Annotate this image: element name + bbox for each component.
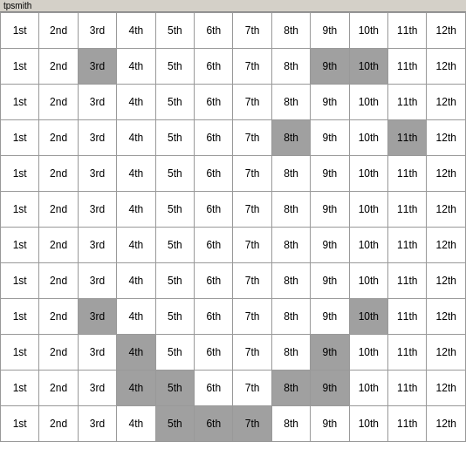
table-cell[interactable]: 5th [155,335,194,371]
table-cell[interactable]: 7th [233,406,271,442]
table-cell[interactable]: 7th [233,299,271,335]
table-cell[interactable]: 9th [311,156,349,192]
table-cell[interactable]: 2nd [39,192,78,228]
table-cell[interactable]: 9th [311,49,349,85]
table-cell[interactable]: 9th [311,85,349,120]
table-cell[interactable]: 8th [271,263,310,299]
table-cell[interactable]: 12th [427,192,466,228]
table-cell[interactable]: 6th [195,299,233,335]
table-cell[interactable]: 11th [388,13,427,49]
table-cell[interactable]: 1st [1,156,39,192]
table-cell[interactable]: 12th [427,371,466,406]
table-cell[interactable]: 12th [427,13,466,49]
table-cell[interactable]: 8th [271,335,310,371]
table-cell[interactable]: 7th [233,120,271,156]
table-cell[interactable]: 3rd [78,156,116,192]
table-cell[interactable]: 3rd [78,299,116,335]
table-cell[interactable]: 5th [155,156,194,192]
table-cell[interactable]: 8th [271,13,310,49]
table-cell[interactable]: 11th [388,120,427,156]
table-cell[interactable]: 3rd [78,228,116,263]
table-cell[interactable]: 12th [427,85,466,120]
table-cell[interactable]: 3rd [78,371,116,406]
table-cell[interactable]: 9th [311,406,349,442]
table-cell[interactable]: 11th [388,335,427,371]
table-cell[interactable]: 10th [349,13,387,49]
table-cell[interactable]: 6th [195,192,233,228]
table-cell[interactable]: 8th [271,371,310,406]
table-cell[interactable]: 7th [233,192,271,228]
table-cell[interactable]: 6th [195,49,233,85]
table-cell[interactable]: 4th [117,85,155,120]
table-cell[interactable]: 5th [155,228,194,263]
table-cell[interactable]: 3rd [78,13,116,49]
table-cell[interactable]: 3rd [78,263,116,299]
table-cell[interactable]: 7th [233,85,271,120]
table-cell[interactable]: 4th [117,371,155,406]
table-cell[interactable]: 1st [1,263,39,299]
table-cell[interactable]: 4th [117,228,155,263]
table-cell[interactable]: 2nd [39,13,78,49]
table-cell[interactable]: 5th [155,299,194,335]
table-cell[interactable]: 9th [311,120,349,156]
table-cell[interactable]: 11th [388,299,427,335]
table-cell[interactable]: 9th [311,192,349,228]
table-cell[interactable]: 6th [195,335,233,371]
table-cell[interactable]: 11th [388,406,427,442]
table-cell[interactable]: 11th [388,156,427,192]
table-cell[interactable]: 10th [349,49,387,85]
table-cell[interactable]: 12th [427,335,466,371]
table-cell[interactable]: 4th [117,49,155,85]
table-cell[interactable]: 8th [271,299,310,335]
table-cell[interactable]: 8th [271,406,310,442]
table-cell[interactable]: 2nd [39,49,78,85]
table-cell[interactable]: 5th [155,120,194,156]
table-cell[interactable]: 11th [388,371,427,406]
table-cell[interactable]: 2nd [39,85,78,120]
table-cell[interactable]: 5th [155,192,194,228]
table-cell[interactable]: 4th [117,192,155,228]
table-cell[interactable]: 12th [427,299,466,335]
table-cell[interactable]: 3rd [78,406,116,442]
table-cell[interactable]: 9th [311,335,349,371]
table-cell[interactable]: 3rd [78,192,116,228]
table-cell[interactable]: 5th [155,49,194,85]
table-cell[interactable]: 6th [195,371,233,406]
table-cell[interactable]: 6th [195,263,233,299]
table-cell[interactable]: 5th [155,371,194,406]
table-cell[interactable]: 7th [233,13,271,49]
table-cell[interactable]: 2nd [39,335,78,371]
table-cell[interactable]: 3rd [78,85,116,120]
table-cell[interactable]: 7th [233,49,271,85]
table-cell[interactable]: 11th [388,263,427,299]
table-cell[interactable]: 6th [195,228,233,263]
table-cell[interactable]: 6th [195,156,233,192]
table-cell[interactable]: 7th [233,228,271,263]
table-cell[interactable]: 1st [1,299,39,335]
table-cell[interactable]: 11th [388,85,427,120]
table-cell[interactable]: 10th [349,335,387,371]
table-cell[interactable]: 4th [117,299,155,335]
table-cell[interactable]: 8th [271,85,310,120]
table-cell[interactable]: 7th [233,263,271,299]
table-cell[interactable]: 1st [1,85,39,120]
table-cell[interactable]: 6th [195,85,233,120]
table-cell[interactable]: 9th [311,263,349,299]
table-cell[interactable]: 10th [349,192,387,228]
table-cell[interactable]: 8th [271,120,310,156]
table-cell[interactable]: 8th [271,156,310,192]
table-cell[interactable]: 10th [349,120,387,156]
table-cell[interactable]: 8th [271,228,310,263]
table-cell[interactable]: 3rd [78,335,116,371]
table-cell[interactable]: 11th [388,192,427,228]
table-cell[interactable]: 7th [233,335,271,371]
table-cell[interactable]: 2nd [39,299,78,335]
table-cell[interactable]: 4th [117,335,155,371]
table-cell[interactable]: 1st [1,192,39,228]
table-cell[interactable]: 6th [195,406,233,442]
table-cell[interactable]: 12th [427,263,466,299]
table-cell[interactable]: 9th [311,13,349,49]
table-cell[interactable]: 4th [117,263,155,299]
table-cell[interactable]: 12th [427,49,466,85]
table-cell[interactable]: 3rd [78,49,116,85]
